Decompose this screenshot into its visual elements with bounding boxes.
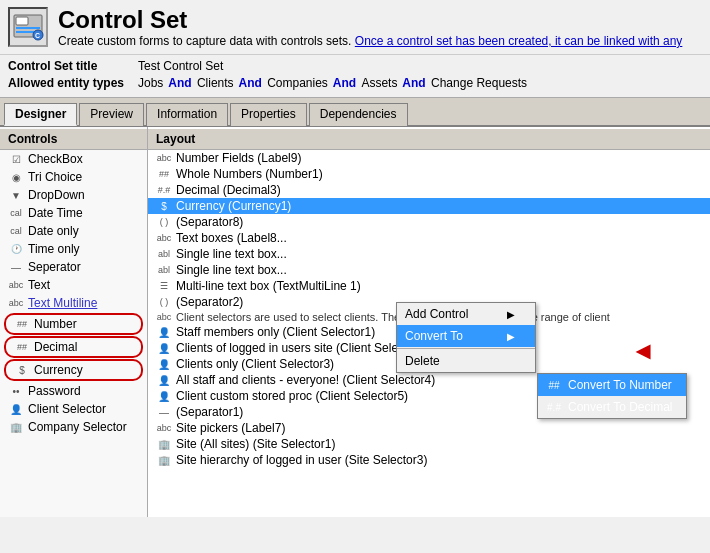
tab-properties[interactable]: Properties [230, 103, 307, 126]
layout-icon-staff: 👤 [156, 327, 172, 338]
control-dateonly[interactable]: cal Date only [0, 222, 147, 240]
layout-item-textboxes[interactable]: abc Text boxes (Label8... [148, 230, 710, 246]
submenu-arrow-add: ▶ [507, 309, 515, 320]
control-dropdown[interactable]: ▼ DropDown [0, 186, 147, 204]
layout-label-clients-only: Clients only (Client Selector3) [176, 357, 334, 371]
layout-item-site-all[interactable]: 🏢 Site (All sites) (Site Selector1) [148, 436, 710, 452]
tab-designer[interactable]: Designer [4, 103, 77, 126]
text-icon: abc [8, 280, 24, 290]
layout-label-sep8: (Separator8) [176, 215, 243, 229]
context-menu-convert-to[interactable]: Convert To ▶ ## Convert To Number #.# Co… [397, 325, 535, 347]
layout-icon-sep8: ( ) [156, 217, 172, 227]
control-timeonly[interactable]: 🕐 Time only [0, 240, 147, 258]
layout-icon-multiline: ☰ [156, 281, 172, 291]
checkbox-icon: ☑ [8, 154, 24, 165]
layout-label-singleline1: Single line text box... [176, 247, 287, 261]
control-number[interactable]: ## Number [4, 313, 143, 335]
layout-item-2[interactable]: #.# Decimal (Decimal3) [148, 182, 710, 198]
control-label-timeonly: Time only [28, 242, 80, 256]
layout-label-textboxes: Text boxes (Label8... [176, 231, 287, 245]
timeonly-icon: 🕐 [8, 244, 24, 254]
layout-icon-clients-only: 👤 [156, 359, 172, 370]
layout-item-0[interactable]: abc Number Fields (Label9) [148, 150, 710, 166]
control-text[interactable]: abc Text [0, 276, 147, 294]
layout-item-singleline2[interactable]: abl Single line text box... [148, 262, 710, 278]
layout-label-site-pickers: Site pickers (Label7) [176, 421, 285, 435]
client-selector-icon: 👤 [8, 404, 24, 415]
layout-label-sep1: (Separator1) [176, 405, 243, 419]
layout-icon-custom-proc: 👤 [156, 391, 172, 402]
submenu-item-number[interactable]: ## Convert To Number [538, 374, 686, 396]
control-label-separator: Seperator [28, 260, 81, 274]
submenu-item-decimal[interactable]: #.# Convert To Decimal [538, 396, 686, 418]
svg-rect-2 [16, 27, 40, 29]
tab-preview[interactable]: Preview [79, 103, 144, 126]
currency-icon: $ [14, 365, 30, 376]
description-text: Create custom forms to capture data with… [58, 34, 351, 48]
control-label-datetime: Date Time [28, 206, 83, 220]
page-title: Control Set [58, 6, 682, 34]
submenu-convert: ## Convert To Number #.# Convert To Deci… [537, 373, 687, 419]
context-menu: Add Control ▶ Convert To ▶ ## Convert To… [396, 302, 536, 373]
control-label-dateonly: Date only [28, 224, 79, 238]
layout-item-sep8[interactable]: ( ) (Separator8) [148, 214, 710, 230]
layout-item-multiline[interactable]: ☰ Multi-line text box (TextMultiLine 1) [148, 278, 710, 294]
control-label-client-selector: Client Selector [28, 402, 106, 416]
layout-item-singleline1[interactable]: abl Single line text box... [148, 246, 710, 262]
layout-label-custom-proc: Client custom stored proc (Client Select… [176, 389, 408, 403]
control-label-decimal: Decimal [34, 340, 77, 354]
tab-information[interactable]: Information [146, 103, 228, 126]
dateonly-icon: cal [8, 226, 24, 236]
dropdown-icon: ▼ [8, 190, 24, 201]
control-company-selector[interactable]: 🏢 Company Selector [0, 418, 147, 436]
layout-icon-currency: $ [156, 201, 172, 212]
control-label-number: Number [34, 317, 77, 331]
control-label-company-selector: Company Selector [28, 420, 127, 434]
entity-assets: Assets [361, 76, 397, 90]
control-separator[interactable]: — Seperator [0, 258, 147, 276]
context-menu-add-control[interactable]: Add Control ▶ [397, 303, 535, 325]
datetime-icon: cal [8, 208, 24, 218]
layout-icon-sep1: — [156, 407, 172, 418]
tab-dependencies[interactable]: Dependencies [309, 103, 408, 126]
control-label-text: Text [28, 278, 50, 292]
context-menu-add-label: Add Control [405, 307, 468, 321]
layout-item-site-pickers[interactable]: abc Site pickers (Label7) [148, 420, 710, 436]
control-checkbox[interactable]: ☑ CheckBox [0, 150, 147, 168]
control-decimal[interactable]: ## Decimal [4, 336, 143, 358]
control-label-dropdown: DropDown [28, 188, 85, 202]
control-label-trichoice: Tri Choice [28, 170, 82, 184]
textmultiline-icon: abc [8, 298, 24, 308]
submenu-icon-decimal: #.# [546, 402, 562, 413]
form-row-entities: Allowed entity types Jobs And Clients An… [8, 76, 702, 90]
decimal-icon: ## [14, 342, 30, 352]
control-password[interactable]: •• Password [0, 382, 147, 400]
trichoice-icon: ◉ [8, 172, 24, 183]
context-menu-delete[interactable]: Delete [397, 350, 535, 372]
layout-label-staff: Staff members only (Client Selector1) [176, 325, 375, 339]
entity-companies: Companies [267, 76, 328, 90]
control-currency[interactable]: $ Currency [4, 359, 143, 381]
layout-label-all-staff: All staff and clients - everyone! (Clien… [176, 373, 435, 387]
control-trichoice[interactable]: ◉ Tri Choice [0, 168, 147, 186]
layout-item-currency[interactable]: $ Currency (Currency1) [148, 198, 710, 214]
layout-item-1[interactable]: ## Whole Numbers (Number1) [148, 166, 710, 182]
layout-label-site-hierarchy: Site hierarchy of logged in user (Site S… [176, 453, 427, 467]
layout-icon-site-all: 🏢 [156, 439, 172, 450]
control-client-selector[interactable]: 👤 Client Selector [0, 400, 147, 418]
control-datetime[interactable]: cal Date Time [0, 204, 147, 222]
entity-clients: Clients [197, 76, 234, 90]
layout-item-site-hierarchy[interactable]: 🏢 Site hierarchy of logged in user (Site… [148, 452, 710, 468]
description-link[interactable]: Once a control set has been created, it … [355, 34, 683, 48]
layout-icon-all-staff: 👤 [156, 375, 172, 386]
layout-icon-singleline1: abl [156, 249, 172, 259]
layout-icon-sep2: ( ) [156, 297, 172, 307]
controls-header: Controls [0, 129, 147, 150]
separator-icon: — [8, 262, 24, 273]
control-textmultiline[interactable]: abc Text Multiline [0, 294, 147, 312]
layout-icon-site-pickers: abc [156, 423, 172, 433]
layout-icon-logged-clients: 👤 [156, 343, 172, 354]
layout-icon-site-hierarchy: 🏢 [156, 455, 172, 466]
control-label-checkbox: CheckBox [28, 152, 83, 166]
red-arrow: ◀ [636, 340, 650, 362]
